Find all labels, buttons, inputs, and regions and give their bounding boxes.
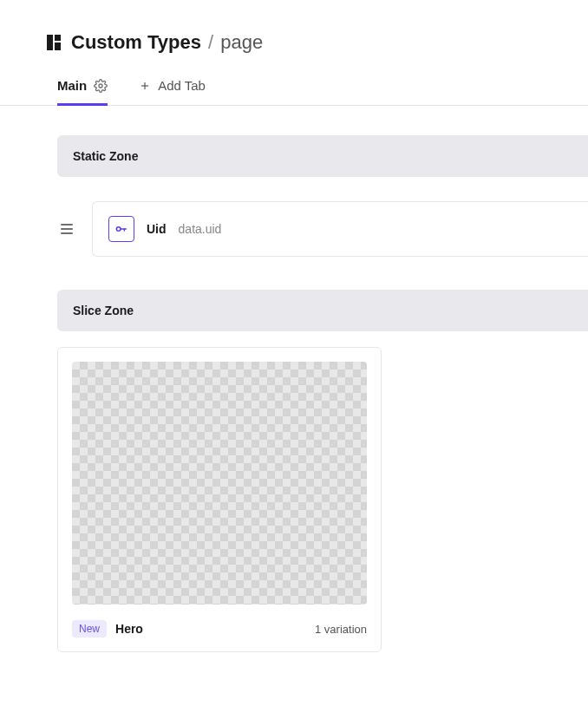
logo-icon [47,35,62,50]
breadcrumb-separator: / [208,31,213,53]
variation-count: 1 variation [315,623,367,636]
field-card-uid[interactable]: Uid data.uid [92,201,588,257]
add-tab-label: Add Tab [158,78,206,93]
slice-preview-placeholder [72,362,367,605]
field-path: data.uid [179,222,222,236]
field-row: Uid data.uid [57,201,588,257]
page-title: Custom Types / page [71,31,263,54]
drag-handle-icon[interactable] [57,220,76,238]
slice-footer: New Hero 1 variation [72,620,367,637]
gear-icon[interactable] [94,79,108,93]
breadcrumb: Custom Types / page [0,0,588,54]
slice-zone-header: Slice Zone [57,290,588,331]
breadcrumb-root[interactable]: Custom Types [71,31,201,53]
slice-card-hero[interactable]: New Hero 1 variation [57,347,382,652]
plus-icon [139,80,151,92]
tab-main[interactable]: Main [57,78,108,105]
status-badge-new: New [72,620,107,637]
tab-main-label: Main [57,78,87,93]
static-zone-header: Static Zone [57,135,588,177]
tabs-bar: Main Add Tab [0,78,588,106]
field-label: Uid [147,222,167,236]
svg-point-0 [99,84,102,88]
slice-name: Hero [115,622,143,636]
key-icon [108,216,134,242]
breadcrumb-current: page [220,31,263,53]
add-tab-button[interactable]: Add Tab [139,78,206,105]
